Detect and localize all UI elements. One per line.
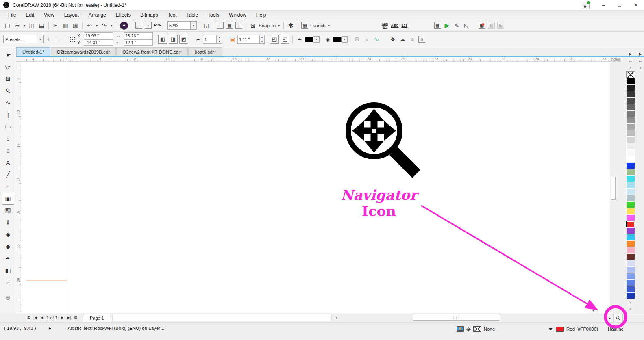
no-color-swatch[interactable]	[626, 71, 635, 78]
palette-swatch[interactable]	[626, 253, 635, 260]
show-grid-button[interactable]: ▦	[226, 22, 233, 29]
cut-button[interactable]: ✂	[51, 21, 61, 30]
inside-contour-button[interactable]: ◨	[169, 35, 178, 44]
palette-swatch[interactable]	[626, 214, 635, 221]
contour-tool[interactable]: ▣	[2, 193, 14, 205]
palette-swatch[interactable]	[626, 208, 635, 214]
palette-swatch[interactable]	[626, 91, 635, 97]
vertical-ruler[interactable]: 8101214161820	[16, 62, 21, 313]
new-document-button[interactable]: ▢	[2, 21, 12, 30]
ellipse-tool[interactable]: ○	[2, 133, 14, 145]
show-rulers-button[interactable]: ∟	[217, 22, 224, 29]
navigator-caption-text[interactable]: Navigator Icon	[322, 187, 436, 219]
height-field[interactable]: 12.1 "	[124, 39, 153, 46]
object-acceleration-button[interactable]: ⊕	[352, 35, 362, 44]
spinner-up-arrow[interactable]: ▲	[260, 35, 264, 39]
export-button[interactable]: ↑	[145, 22, 152, 29]
open-button[interactable]: ▱	[12, 21, 22, 30]
freehand-tool[interactable]: ∿	[2, 97, 14, 109]
view-dropdown-arrow[interactable]: ▾	[589, 308, 598, 313]
add-page-after-button[interactable]: ⊞	[72, 314, 79, 321]
status-expand-arrow[interactable]: ▶	[49, 327, 51, 330]
fill-sliders-tool[interactable]: ≡	[2, 277, 14, 289]
palette-swatch[interactable]	[626, 279, 635, 286]
page-tab-scroll-left[interactable]: ◂	[333, 314, 339, 321]
outline-pen-tool[interactable]: ✒	[2, 253, 14, 265]
horizontal-scrollbar-thumb[interactable]: | | |	[413, 314, 500, 321]
outline-color-well[interactable]	[305, 37, 313, 42]
width-field[interactable]: 25.26 "	[124, 32, 153, 39]
customize-toolbox-button[interactable]: ⊕	[2, 292, 14, 304]
palette-swatch[interactable]	[626, 221, 635, 227]
save-button[interactable]: ◫	[27, 21, 37, 30]
zoom-tool[interactable]: ⚲	[2, 85, 14, 97]
zoom-level-select[interactable]: 52%	[167, 21, 191, 30]
add-preset-button[interactable]: +	[44, 35, 53, 44]
document-color-settings-icon[interactable]	[457, 326, 464, 332]
more-options-chevron[interactable]: »	[362, 35, 372, 44]
macro-ruler-button[interactable]: ◺	[462, 21, 472, 30]
copy-contour-properties-button[interactable]: ❖	[388, 35, 398, 44]
outline-color-dropdown-arrow[interactable]: ▾	[313, 36, 320, 43]
palette-swatch[interactable]	[626, 169, 635, 175]
menu-item[interactable]: Effects	[111, 11, 135, 19]
navigator-icon-graphic[interactable]	[21, 62, 610, 313]
presets-select[interactable]: Presets...	[3, 35, 37, 43]
launch-label[interactable]: Launch	[310, 23, 326, 28]
last-page-button[interactable]: ▶|	[66, 314, 72, 321]
print-button[interactable]: ▤	[37, 21, 46, 30]
palette-swatch[interactable]	[626, 97, 635, 104]
maximize-button[interactable]: □	[611, 0, 628, 10]
contour-offset-spinner[interactable]: ▲▼	[259, 35, 265, 44]
rectangle-tool[interactable]: ▭	[2, 121, 14, 133]
palette-flyout-arrow[interactable]: ▶	[637, 50, 644, 58]
presets-dropdown-arrow[interactable]: ▾	[37, 35, 44, 43]
account-icon[interactable]: ☻	[581, 2, 590, 9]
launch-dropdown-arrow[interactable]: ▾	[326, 21, 331, 30]
menu-item[interactable]: Layout	[59, 11, 84, 19]
palette-flyout-arrow[interactable]: ▶	[625, 50, 635, 58]
palette-swatch[interactable]	[626, 78, 635, 84]
transparency-tool[interactable]: ▨	[2, 205, 14, 217]
undo-button[interactable]: ↶	[85, 21, 94, 30]
previous-page-button[interactable]: ◀	[38, 314, 45, 321]
publish-to-pdf-button[interactable]: PDF	[153, 21, 163, 30]
table-macro-button[interactable]: ▦	[434, 22, 441, 29]
outline-color-swatch[interactable]	[556, 327, 564, 332]
palette-eyedropper-icon[interactable]: ✏	[637, 58, 644, 65]
palette-swatch[interactable]	[626, 117, 635, 123]
page-tab[interactable]: Page 1	[83, 314, 111, 322]
palette-swatch[interactable]	[626, 273, 635, 279]
spinner-up-arrow[interactable]: ▲	[217, 35, 222, 39]
palette-swatch[interactable]	[626, 110, 635, 117]
import-button[interactable]: ↓	[135, 22, 142, 29]
palette-swatch[interactable]	[626, 123, 635, 130]
palette-swatch[interactable]	[626, 227, 635, 234]
add-page-before-button[interactable]: ⊞	[25, 314, 32, 321]
polygon-tool[interactable]: ⌂	[2, 145, 14, 157]
drawing-canvas[interactable]: Navigator Icon	[21, 62, 610, 313]
menu-item[interactable]: Arrange	[84, 11, 111, 19]
palette-swatch[interactable]	[626, 201, 635, 208]
fill-none-swatch[interactable]	[473, 326, 481, 332]
color-eyedropper-tool[interactable]: ✏	[2, 217, 14, 229]
palette-swatch[interactable]	[626, 162, 635, 169]
y-position-field[interactable]: -14.31 "	[84, 39, 113, 46]
edit-fill-tool[interactable]: ◧	[2, 264, 14, 277]
scroll-right-button[interactable]: ▸	[607, 314, 613, 322]
menu-item[interactable]: Help	[251, 11, 271, 19]
palette-swatch[interactable]	[626, 195, 635, 201]
launch-icon[interactable]: ▤	[301, 22, 308, 29]
smart-fill-tool[interactable]: ◆	[2, 240, 14, 253]
document-tab[interactable]: Q2new2 front X7 DONE.cdr*	[116, 47, 188, 56]
to-center-contour-button[interactable]: ◧	[158, 35, 167, 44]
palette-scroll-up[interactable]: ∧	[625, 65, 635, 71]
document-tab[interactable]: Untitled-1*	[16, 47, 50, 56]
interactive-fill-tool[interactable]: ◈	[2, 229, 14, 241]
new-document-tab-button[interactable]: +	[205, 48, 214, 57]
palette-swatch[interactable]	[626, 286, 635, 292]
palette-swatch[interactable]	[626, 188, 635, 195]
horizontal-scrollbar[interactable]: | | |	[396, 314, 606, 321]
pause-macro-button[interactable]: ▦	[488, 22, 495, 29]
palette-swatch[interactable]	[626, 84, 635, 91]
